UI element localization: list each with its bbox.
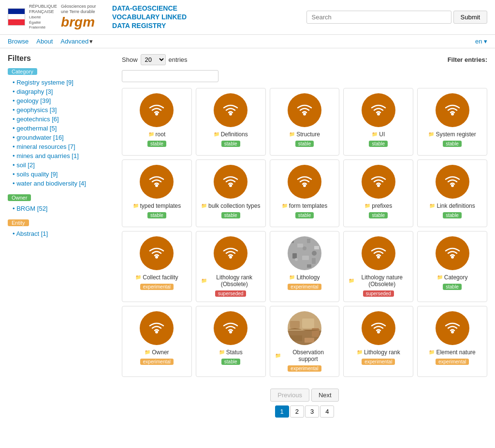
category-filter-link[interactable]: mines and quarries [1] [16,152,79,159]
folder-icon: 📁 [201,278,207,283]
card-item[interactable]: 📁 System register stable [417,88,487,156]
next-button[interactable]: Next [311,389,339,402]
status-badge: stable [221,141,240,147]
status-badge: stable [295,212,314,218]
category-filter-link[interactable]: Registry systeme [9] [16,79,73,86]
category-filter-link[interactable]: soil [2] [16,161,35,169]
category-filter-link[interactable]: geophysics [3] [16,106,57,114]
brgm-logo: brgm [61,14,104,30]
card-title-row: 📁 Definitions [214,131,248,138]
svg-point-8 [377,184,380,187]
svg-point-9 [451,184,454,187]
filter-list-item: BRGM [52] [8,204,114,213]
svg-point-3 [377,113,380,116]
search-input[interactable] [306,11,451,24]
card-item[interactable]: 📁 form templates stable [270,159,340,227]
submit-button[interactable]: Submit [453,11,487,24]
card-item[interactable]: 📁 typed templates stable [122,159,192,227]
card-item[interactable]: 📁 prefixes stable [343,159,413,227]
filter-input[interactable] [122,70,218,82]
card-icon [140,165,174,199]
main-layout: Filters Category Registry systeme [9]dia… [0,48,495,423]
search-area: Submit [306,11,487,24]
svg-point-7 [303,184,306,187]
nav-advanced[interactable]: Advanced [60,38,88,45]
status-badge: experimental [362,359,395,365]
status-badge: superseded [215,290,246,297]
site-title: DATA-GEOSCIENCE VOCABULARY LINKED DATA R… [112,4,187,30]
category-filter-link[interactable]: geology [39] [16,97,51,104]
card-title-row: 📁 typed templates [133,202,181,209]
card-item[interactable]: 📁 Structure stable [270,88,340,156]
category-filter-link[interactable]: soils quality [9] [16,171,58,178]
category-filter-link[interactable]: mineral resources [7] [16,143,75,150]
page-number-2[interactable]: 2 [290,405,304,418]
folder-icon: 📁 [364,203,370,208]
page-number-4[interactable]: 4 [320,405,334,418]
nav-advanced-container[interactable]: Advanced ▾ [60,38,93,45]
category-badge[interactable]: Category [8,68,37,75]
card-item[interactable]: 📁 Status stable [196,306,266,377]
card-icon [214,93,248,127]
entity-filter-link[interactable]: Abstract [1] [16,230,48,237]
category-filter-link[interactable]: groundwater [16] [16,134,64,141]
entries-select[interactable]: 102050100 [141,54,166,65]
card-item[interactable]: 📁 Lithology rank (Obsolete) superseded [196,231,266,302]
svg-point-1 [229,113,232,116]
status-badge: stable [369,141,388,147]
nav-browse[interactable]: Browse [8,38,29,45]
card-item[interactable]: 📁 UI stable [343,88,413,156]
card-icon [214,165,248,199]
owner-filter-link[interactable]: BRGM [52] [16,205,47,212]
card-item[interactable]: 📁 Category stable [417,231,487,302]
category-filter-link[interactable]: diagraphy [3] [16,88,53,95]
page-number-1[interactable]: 1 [275,405,289,418]
svg-rect-32 [302,318,314,328]
card-item[interactable]: 📁 Lithology experimental [270,231,340,302]
card-name: Structure [296,131,320,138]
card-icon [214,311,248,345]
cards-grid: 📁 root stable 📁 Definitions stable 📁 Str… [122,88,487,377]
logo-area: RÉPUBLIQUEFRANÇAISELibertéÉgalitéFratern… [8,4,187,30]
card-item[interactable]: 📁 Collect facility experimental [122,231,192,302]
card-name: Owner [152,349,169,356]
language-selector[interactable]: en ▾ [475,38,487,45]
page-number-3[interactable]: 3 [305,405,319,418]
card-item[interactable]: 📁 Link definitions stable [417,159,487,227]
svg-rect-15 [307,239,310,243]
previous-button[interactable]: Previous [270,389,309,402]
card-item[interactable]: 📁 Observation support experimental [270,306,340,377]
card-item[interactable]: 📁 bulk collection types stable [196,159,266,227]
owner-badge[interactable]: Owner [8,194,31,201]
card-icon [436,236,469,270]
card-name: Lithology rank (Obsolete) [208,274,261,288]
svg-point-0 [155,113,158,116]
folder-icon: 📁 [428,131,434,137]
brgm-tagline: Géosciences pour une Terre durable [61,4,104,14]
card-item[interactable]: 📁 Definitions stable [196,88,266,156]
card-name: Category [444,274,468,281]
card-title-row: 📁 form templates [282,202,327,209]
card-item[interactable]: 📁 root stable [122,88,192,156]
folder-icon: 📁 [282,203,288,208]
card-item[interactable]: 📁 Element nature experimental [417,306,487,377]
card-title-row: 📁 Status [219,349,243,356]
card-item[interactable]: 📁 Owner experimental [122,306,192,377]
card-title-row: 📁 Category [437,274,468,281]
nav-about[interactable]: About [36,38,53,45]
category-filter-link[interactable]: geothermal [5] [16,125,57,132]
card-name: Link definitions [437,202,475,209]
filter-list-item: geotechnics [6] [8,115,114,124]
status-badge: stable [369,212,388,218]
card-item[interactable]: 📁 Lithology rank experimental [343,306,413,377]
card-icon [362,165,395,199]
card-item[interactable]: 📁 Lithology nature (Obsolete) superseded [343,231,413,302]
entity-badge[interactable]: Entity [8,219,29,226]
status-badge: experimental [140,359,174,365]
filter-list-item: groundwater [16] [8,133,114,142]
status-badge: stable [443,284,462,290]
category-filter-link[interactable]: water and biodiversity [4] [16,180,86,187]
svg-point-5 [155,184,158,187]
category-filter-link[interactable]: geotechnics [6] [16,116,58,123]
folder-icon: 📁 [201,203,207,208]
